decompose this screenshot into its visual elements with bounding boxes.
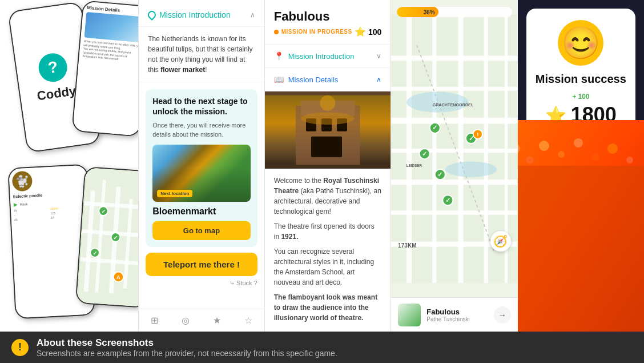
next-stage-desc: Once there, you will receive more detail… (152, 121, 251, 139)
location-pin-icon: 📍 (274, 51, 284, 61)
svg-rect-65 (518, 166, 644, 332)
location-image: Next location (152, 145, 251, 202)
star-icon: ⭐ (355, 26, 366, 37)
map-section: ✓ ✓ ✓ ✓ ✓ ! GRACHTENGORDEL LEIDSEP. 36% (391, 0, 517, 332)
book-icon: 📖 (274, 75, 284, 84)
mission-intro-title: Mission Introduction (148, 10, 231, 19)
progress-bar: 36% (397, 7, 512, 17)
theatre-styles: You can recognize several architectural … (274, 246, 381, 288)
nav-home-icon[interactable]: ⊞ (151, 315, 158, 326)
phone-map-bg: ✓ ✓ ✓ A (77, 167, 138, 307)
center-mission-panel: Mission Introduction ∧ The Netherlands i… (138, 0, 265, 332)
mission-intro-text: The Netherlands is known for its beautif… (139, 27, 264, 82)
compass-icon: 🧭 (490, 231, 511, 252)
map-location-name: Fabulous (426, 308, 488, 316)
svg-text:GRACHTENGORDEL: GRACHTENGORDEL (433, 102, 474, 107)
theatre-image (265, 91, 391, 169)
svg-rect-35 (458, 14, 464, 283)
svg-point-40 (445, 162, 497, 177)
svg-text:✓: ✓ (101, 208, 106, 215)
theatre-flamboyant: The flamboyant look was meant to draw th… (274, 293, 377, 322)
distance-label: 173KM (398, 242, 416, 249)
mission-screen-image (84, 12, 139, 43)
phone-mission: Mission Details When you look out over t… (71, 0, 138, 137)
bottom-nav: ⊞ ◎ ★ ☆ (139, 309, 264, 332)
map-container[interactable]: ✓ ✓ ✓ ✓ ✓ ! GRACHTENGORDEL LEIDSEP. 36% (391, 0, 517, 297)
map-arrow-button[interactable]: → (494, 306, 511, 324)
phone-map: ✓ ✓ ✓ A (75, 166, 138, 308)
mission-screen-text: When you look out over to the other side… (82, 39, 138, 63)
flower-market-bold: flower market (160, 66, 205, 74)
chevron-up-icon[interactable]: ∧ (250, 11, 255, 19)
notice-text-area: About these Screenshots Screenshots are … (37, 337, 633, 358)
stuck-link[interactable]: ⤷ Stuck ? (139, 276, 264, 287)
avatar-face: 🐩 (12, 171, 33, 192)
smiley-face-icon (558, 20, 603, 66)
coddy-logo-icon (37, 51, 69, 83)
svg-point-62 (591, 153, 599, 161)
svg-point-24 (320, 95, 335, 111)
svg-text:✓: ✓ (433, 124, 438, 131)
svg-text:✓: ✓ (113, 234, 118, 241)
mission-in-progress-badge: MISSION IN PROGRESS (274, 29, 352, 35)
svg-rect-22 (311, 137, 342, 157)
next-stage-title: Head to the next stage to unlock the mis… (152, 96, 251, 117)
map-location-sub: Pathé Tuschinski (426, 316, 488, 322)
score-value: 100 (368, 27, 381, 37)
fabulous-panel: Fabulous MISSION IN PROGRESS ⭐ 100 📍 Mis… (265, 0, 391, 332)
svg-point-60 (558, 151, 565, 158)
svg-point-64 (626, 157, 633, 163)
progress-fill: 36% (397, 7, 438, 17)
accordion-chevron-down-icon: ∨ (376, 52, 381, 60)
location-icon (146, 9, 158, 21)
nav-trophy-icon[interactable]: ★ (213, 315, 221, 326)
map-bottom-info: Fabulous Pathé Tuschinski (426, 308, 488, 322)
svg-text:✓: ✓ (445, 197, 450, 204)
svg-text:✓: ✓ (422, 150, 427, 157)
accordion-left-intro: 📍 Mission Introduction (274, 51, 355, 61)
notice-title: About these Screenshots (37, 337, 633, 349)
svg-point-63 (607, 143, 618, 154)
svg-text:✓: ✓ (92, 250, 98, 257)
mission-status-label: MISSION IN PROGRESS (281, 29, 352, 35)
progress-dot (274, 30, 279, 34)
nav-star-icon[interactable]: ☆ (244, 315, 252, 326)
accordion-details-label: Mission Details (288, 75, 338, 84)
accordion-mission-details[interactable]: 📖 Mission Details ∧ (265, 68, 391, 91)
map-bottom-thumbnail (398, 304, 421, 326)
mission-progress-row: MISSION IN PROGRESS ⭐ 100 (274, 26, 381, 37)
location-name: Bloemenmarkt (152, 206, 251, 217)
phones-section: Coddy Mission Details When you look out … (0, 0, 138, 332)
accordion-left-details: 📖 Mission Details (274, 75, 338, 84)
svg-point-23 (301, 112, 355, 125)
svg-text:✓: ✓ (438, 171, 443, 178)
progress-text: 36% (424, 9, 435, 15)
next-location-badge: Next location (157, 190, 192, 197)
next-stage-box: Head to the next stage to unlock the mis… (146, 89, 257, 247)
mission-intro-label: Mission Introduction (159, 10, 231, 19)
svg-point-61 (574, 138, 583, 147)
mission-intro-header: Mission Introduction ∧ (139, 0, 264, 27)
intro-text-end: ! (205, 66, 207, 74)
theatre-description: Welcome to the Royal Tuschinski Theatre … (265, 169, 391, 330)
coddy-label: Coddy (36, 83, 77, 103)
teleport-button[interactable]: Teleport me there ! (146, 253, 257, 276)
accordion-intro-label: Mission Introduction (288, 52, 355, 61)
nav-map-icon[interactable]: ◎ (182, 315, 190, 326)
success-section: Mission success + 100 ⭐ 1800 (518, 0, 644, 332)
svg-point-59 (539, 141, 549, 151)
go-to-map-button[interactable]: Go to map (152, 221, 251, 240)
theatre-welcome: Welcome to the (274, 177, 323, 185)
fabulous-title: Fabulous (274, 9, 381, 24)
svg-rect-34 (433, 14, 437, 283)
svg-text:!: ! (477, 131, 478, 137)
notice-icon: ! (11, 339, 29, 356)
accordion-chevron-up-icon: ∧ (376, 75, 381, 83)
map-bottom-card: Fabulous Pathé Tuschinski → (391, 297, 517, 332)
svg-point-58 (526, 156, 534, 164)
avatar-name: Eclectic poodle (13, 191, 85, 199)
svg-text:LEIDSEP.: LEIDSEP. (406, 163, 422, 167)
score-badge: ⭐ 100 (355, 26, 381, 37)
theatre-year-bold: 1921. (281, 233, 298, 241)
accordion-mission-intro[interactable]: 📍 Mission Introduction ∨ (265, 45, 391, 68)
